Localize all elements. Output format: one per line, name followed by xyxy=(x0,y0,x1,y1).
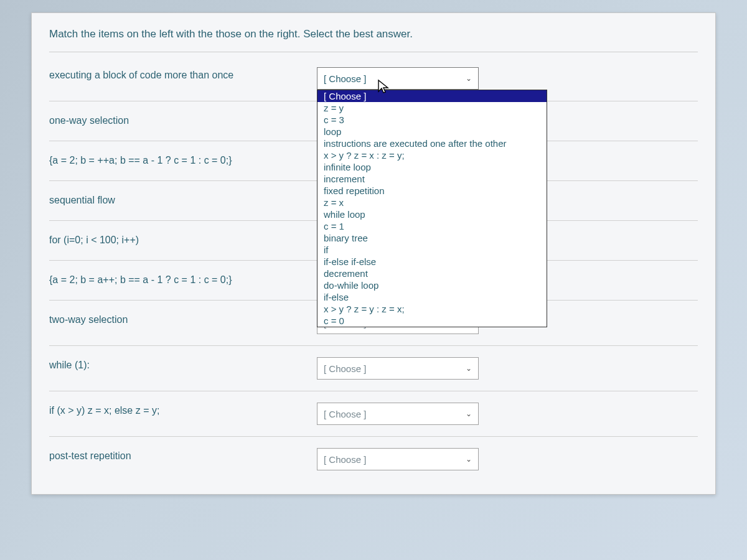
dropdown-option[interactable]: loop xyxy=(317,126,547,138)
instruction-text: Match the items on the left with the tho… xyxy=(49,26,698,52)
question-card: Match the items on the left with the tho… xyxy=(31,12,716,495)
dropdown-option[interactable]: x > y ? z = x : z = y; xyxy=(317,149,547,161)
prompt-text: if (x > y) z = x; else z = y; xyxy=(49,403,317,416)
match-row: executing a block of code more than once… xyxy=(49,56,698,101)
prompt-text: one-way selection xyxy=(49,113,317,126)
dropdown-option[interactable]: fixed repetition xyxy=(317,185,547,197)
dropdown-option[interactable]: increment xyxy=(317,173,547,185)
select-value: [ Choose ] xyxy=(324,73,366,84)
prompt-text: sequential flow xyxy=(49,192,317,206)
match-row: while (1): [ Choose ] ⌄ xyxy=(49,346,698,391)
dropdown-option[interactable]: x > y ? z = y : z = x; xyxy=(317,303,547,315)
chevron-down-icon: ⌄ xyxy=(466,364,472,373)
dropdown-option[interactable]: c = 0 xyxy=(317,315,547,327)
select-value: [ Choose ] xyxy=(324,454,366,465)
answer-cell: [ Choose ] ⌄ xyxy=(317,403,479,425)
dropdown-option[interactable]: if-else if-else xyxy=(317,256,547,268)
dropdown-option[interactable]: while loop xyxy=(317,208,547,220)
dropdown-listbox[interactable]: [ Choose ] z = y c = 3 loop instructions… xyxy=(317,90,547,327)
dropdown-option[interactable]: if-else xyxy=(317,291,547,303)
prompt-text: {a = 2; b = ++a; b == a - 1 ? c = 1 : c … xyxy=(49,152,317,166)
chevron-down-icon: ⌄ xyxy=(466,455,472,464)
dropdown-option[interactable]: instructions are executed one after the … xyxy=(317,138,547,149)
prompt-text: post-test repetition xyxy=(49,448,317,462)
dropdown-option[interactable]: do-while loop xyxy=(317,279,547,291)
match-row: if (x > y) z = x; else z = y; [ Choose ]… xyxy=(49,391,698,437)
chevron-down-icon: ⌄ xyxy=(466,409,472,418)
select-value: [ Choose ] xyxy=(324,409,366,419)
match-row: post-test repetition [ Choose ] ⌄ xyxy=(49,437,698,482)
answer-cell: [ Choose ] ⌄ [ Choose ] z = y c = 3 loop… xyxy=(317,67,479,90)
prompt-text: two-way selection xyxy=(49,312,317,325)
chevron-down-icon: ⌄ xyxy=(466,74,472,83)
dropdown-option[interactable]: decrement xyxy=(317,268,547,279)
answer-select[interactable]: [ Choose ] ⌄ xyxy=(317,448,479,470)
answer-select[interactable]: [ Choose ] ⌄ xyxy=(317,67,479,90)
prompt-text: for (i=0; i < 100; i++) xyxy=(49,232,317,246)
dropdown-option[interactable]: c = 3 xyxy=(317,114,547,126)
answer-select[interactable]: [ Choose ] ⌄ xyxy=(317,403,479,425)
prompt-text: {a = 2; b = a++; b == a - 1 ? c = 1 : c … xyxy=(49,272,317,286)
answer-select[interactable]: [ Choose ] ⌄ xyxy=(317,357,479,380)
answer-cell: [ Choose ] ⌄ xyxy=(317,357,479,380)
dropdown-option[interactable]: if xyxy=(317,244,547,256)
match-rows: executing a block of code more than once… xyxy=(49,56,698,482)
dropdown-option[interactable]: z = x xyxy=(317,197,547,208)
answer-cell: [ Choose ] ⌄ xyxy=(317,448,479,470)
prompt-text: executing a block of code more than once xyxy=(49,67,317,81)
dropdown-option[interactable]: binary tree xyxy=(317,232,547,244)
dropdown-option[interactable]: z = y xyxy=(317,102,547,114)
dropdown-option[interactable]: [ Choose ] xyxy=(317,90,547,102)
select-value: [ Choose ] xyxy=(324,363,366,374)
prompt-text: while (1): xyxy=(49,357,317,371)
dropdown-option[interactable]: c = 1 xyxy=(317,220,547,232)
dropdown-option[interactable]: infinite loop xyxy=(317,161,547,173)
